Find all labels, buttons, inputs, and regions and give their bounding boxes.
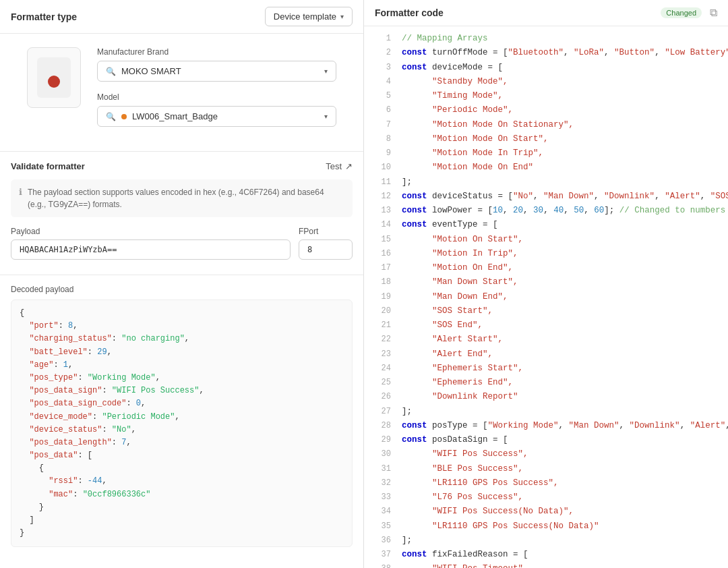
line-number: 33	[369, 490, 391, 504]
fport-input[interactable]	[299, 239, 353, 260]
code-text: "Man Down End",	[402, 290, 723, 304]
line-number: 8	[369, 132, 391, 146]
line-number: 36	[369, 534, 391, 547]
code-line: 16 "Motion In Trip",	[364, 247, 728, 261]
code-line: 3const deviceMode = [	[364, 61, 728, 75]
line-number: 26	[369, 390, 391, 403]
line-number: 11	[369, 175, 391, 189]
code-line: 1// Mapping Arrays	[364, 32, 728, 46]
manufacturer-value: MOKO SMART	[121, 66, 181, 76]
code-line: 4 "Standby Mode",	[364, 75, 728, 89]
code-text: "SOS End",	[402, 318, 723, 333]
code-text: const posDataSign = [	[402, 433, 723, 447]
orange-dot-icon	[121, 114, 127, 119]
code-line: 30 "WIFI Pos Success",	[364, 447, 728, 461]
decoded-content: { "port": 8, "charging_status": "no char…	[11, 300, 353, 547]
device-template-button[interactable]: Device template ▾	[265, 7, 353, 26]
code-line: 14const eventType = [	[364, 218, 728, 232]
line-number: 1	[369, 32, 391, 45]
payload-group: Payload	[11, 227, 291, 260]
manufacturer-chevron-icon: ▾	[324, 67, 328, 75]
info-icon: ℹ	[19, 187, 22, 197]
manufacturer-label: Manufacturer Brand	[97, 47, 336, 57]
code-line: 5 "Timing Mode",	[364, 89, 728, 103]
code-text: "Motion On Start",	[402, 233, 723, 247]
test-button[interactable]: Test ↗	[326, 161, 353, 171]
line-number: 15	[369, 233, 391, 246]
test-icon: ↗	[345, 161, 353, 171]
code-text: ];	[402, 534, 723, 548]
code-text: const deviceMode = [	[402, 61, 723, 75]
code-text: "Ephemeris End",	[402, 376, 723, 390]
code-line: 27];	[364, 405, 728, 419]
device-info-section: Manufacturer Brand 🔍 MOKO SMART ▾ Model …	[0, 34, 363, 152]
device-image	[27, 47, 81, 108]
code-text: "Man Down Start",	[402, 275, 723, 289]
device-fields: Manufacturer Brand 🔍 MOKO SMART ▾ Model …	[97, 47, 336, 138]
code-text: const lowPower = [10, 20, 30, 40, 50, 60…	[402, 204, 725, 218]
line-number: 24	[369, 362, 391, 375]
code-line: 8 "Motion Mode On Start",	[364, 132, 728, 146]
device-template-label: Device template	[274, 11, 336, 22]
code-line: 13const lowPower = [10, 20, 30, 40, 50, …	[364, 204, 728, 218]
code-line: 12const deviceStatus = ["No", "Man Down"…	[364, 190, 728, 204]
code-text: "Downlink Report"	[402, 390, 723, 404]
line-number: 21	[369, 318, 391, 332]
code-line: 20 "SOS Start",	[364, 304, 728, 318]
model-select-inner: 🔍 LW006_Smart_Badge	[106, 111, 218, 121]
code-line: 2const turnOffMode = ["Bluetooth", "LoRa…	[364, 46, 728, 60]
code-text: const deviceStatus = ["No", "Man Down", …	[402, 190, 728, 204]
manufacturer-select[interactable]: 🔍 MOKO SMART ▾	[97, 61, 336, 82]
left-header: Formatter type Device template ▾	[0, 0, 363, 34]
model-label: Model	[97, 92, 336, 102]
line-number: 12	[369, 190, 391, 203]
copy-button[interactable]: ⧉	[710, 7, 717, 19]
code-line: 7 "Motion Mode On Stationary",	[364, 118, 728, 132]
code-line: 33 "L76 Pos Success",	[364, 490, 728, 505]
code-line: 9 "Motion Mode In Trip",	[364, 146, 728, 161]
left-panel: Formatter type Device template ▾ Manufac…	[0, 0, 364, 568]
formatter-code-title: Formatter code	[375, 7, 444, 18]
model-value: LW006_Smart_Badge	[132, 111, 218, 121]
payload-input[interactable]	[11, 239, 291, 260]
search-icon: 🔍	[106, 67, 116, 76]
line-number: 10	[369, 161, 391, 174]
code-text: "Motion On End",	[402, 261, 723, 275]
code-text: const turnOffMode = ["Bluetooth", "LoRa"…	[402, 46, 728, 60]
code-text: const posType = ["Working Mode", "Man Do…	[402, 419, 728, 433]
code-text: const fixFailedReason = [	[402, 548, 723, 562]
chevron-down-icon: ▾	[340, 13, 344, 20]
model-select[interactable]: 🔍 LW006_Smart_Badge ▾	[97, 106, 336, 127]
line-number: 7	[369, 118, 391, 132]
code-text: "Alert End",	[402, 347, 723, 362]
validate-title: Validate formatter	[11, 161, 85, 171]
code-line: 34 "WIFI Pos Success(No Data)",	[364, 505, 728, 519]
code-line: 38 "WIFI Pos Timeout",	[364, 562, 728, 568]
right-panel: Formatter code Changed ⧉ 1// Mapping Arr…	[364, 0, 728, 568]
payload-row: Payload FPort	[11, 227, 353, 260]
decoded-section: Decoded payload { "port": 8, "charging_s…	[0, 275, 363, 557]
device-red-dot	[48, 76, 60, 88]
line-number: 3	[369, 61, 391, 74]
code-line: 28const posType = ["Working Mode", "Man …	[364, 419, 728, 433]
code-line: 17 "Motion On End",	[364, 261, 728, 275]
code-line: 15 "Motion On Start",	[364, 233, 728, 247]
code-line: 23 "Alert End",	[364, 347, 728, 362]
code-line: 6 "Periodic Mode",	[364, 103, 728, 117]
line-number: 34	[369, 505, 391, 518]
code-text: "WIFI Pos Timeout",	[402, 562, 723, 568]
line-number: 38	[369, 562, 391, 568]
code-text: "Ephemeris Start",	[402, 362, 723, 376]
code-area[interactable]: 1// Mapping Arrays2const turnOffMode = […	[364, 26, 728, 568]
code-line: 26 "Downlink Report"	[364, 390, 728, 404]
line-number: 25	[369, 376, 391, 389]
code-line: 29const posDataSign = [	[364, 433, 728, 447]
decoded-label: Decoded payload	[11, 285, 353, 294]
code-line: 18 "Man Down Start",	[364, 275, 728, 289]
code-text: ];	[402, 405, 723, 419]
line-number: 6	[369, 103, 391, 117]
code-text: "SOS Start",	[402, 304, 723, 318]
info-box: ℹ The payload section supports values en…	[11, 179, 353, 217]
line-number: 2	[369, 46, 391, 59]
code-text: "Alert Start",	[402, 333, 723, 347]
